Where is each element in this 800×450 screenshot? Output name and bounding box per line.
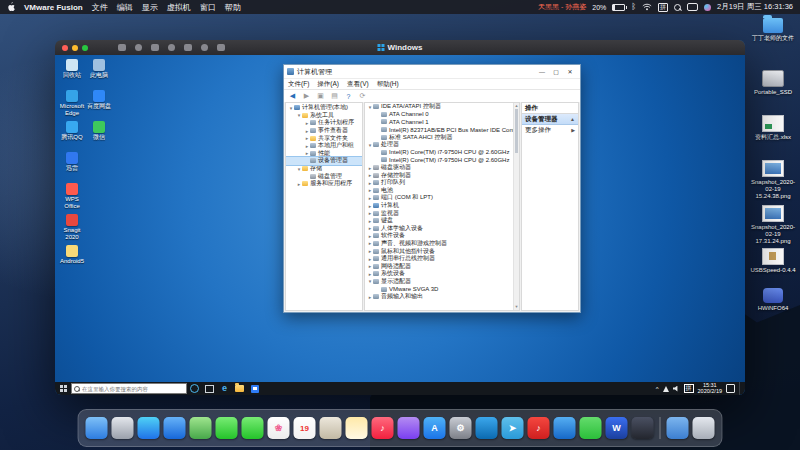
cm-minimize-button[interactable]: — — [535, 66, 549, 77]
win-desktop-icon-5[interactable]: 微信 — [86, 121, 112, 141]
win-desktop-icon-3[interactable]: 百度网盘 — [86, 90, 112, 110]
back-icon[interactable]: ◀ — [288, 92, 297, 101]
taskbar-clock[interactable]: 15:31 2020/2/19 — [698, 383, 722, 395]
tree-item-5[interactable]: ▸本地用户和组 — [286, 142, 362, 150]
minimize-window-button[interactable] — [72, 45, 78, 51]
more-actions-item[interactable]: 更多操作 ▶ — [522, 125, 578, 135]
start-button[interactable] — [55, 382, 71, 395]
cm-title-bar[interactable]: 计算机管理 — ▢ ✕ — [284, 65, 580, 79]
desktop-icon-package[interactable]: USBSpeed-0.4.4 — [750, 248, 796, 274]
suspend-icon[interactable] — [135, 44, 142, 51]
desktop-icon-app[interactable]: HWiNFO64 — [750, 288, 796, 312]
cm-menu-0[interactable]: 文件(F) — [288, 80, 309, 89]
device-item-19[interactable]: ▸鼠标和其他指针设备 — [365, 247, 519, 255]
tree-item-1[interactable]: ▾系统工具 — [286, 112, 362, 120]
win-desktop-icon-0[interactable]: 回收站 — [59, 59, 85, 79]
device-item-3[interactable]: Intel(R) 82371AB/EB PCI Bus Master IDE C… — [365, 126, 519, 134]
dock-item-15[interactable] — [476, 417, 498, 439]
device-item-8[interactable]: ▸磁盘驱动器 — [365, 164, 519, 172]
dock-item-17[interactable]: ♪ — [528, 417, 550, 439]
desktop-icon-image[interactable]: Snapshot_2020-02-19 15.24.38.png — [750, 160, 796, 200]
dock-item-3[interactable] — [164, 417, 186, 439]
close-window-button[interactable] — [62, 45, 68, 51]
dock-item-8[interactable]: 19 — [294, 417, 316, 439]
dock-item-0[interactable] — [86, 417, 108, 439]
bluetooth-icon[interactable]: ᛒ — [631, 3, 636, 11]
windows-desktop[interactable]: 回收站此电脑Microsoft Edge百度网盘腾讯QQ微信迅雷WPS Offi… — [55, 55, 745, 382]
edge-button[interactable]: e — [217, 382, 232, 395]
vmware-title-bar[interactable]: Windows — [55, 40, 745, 55]
ime-indicator[interactable]: 拼 — [684, 384, 694, 393]
tray-overflow-chevron-icon[interactable]: ^ — [656, 386, 659, 392]
now-playing-text[interactable]: 天黑黑 - 孙燕姿 — [538, 2, 586, 12]
device-item-4[interactable]: 标准 SATA AHCI 控制器 — [365, 133, 519, 141]
taskbar-search-box[interactable] — [71, 383, 187, 394]
cm-menu-3[interactable]: 帮助(H) — [377, 80, 399, 89]
collapse-icon[interactable]: ▲ — [570, 116, 575, 122]
desktop-icon-file[interactable]: 资料汇总.xlsx — [750, 115, 796, 141]
device-item-17[interactable]: ▸软件设备 — [365, 232, 519, 240]
cm-device-list[interactable]: ▾IDE ATA/ATAPI 控制器ATA Channel 0ATA Chann… — [364, 102, 520, 311]
device-item-9[interactable]: ▸存储控制器 — [365, 171, 519, 179]
desktop-icon-folder[interactable]: 丁丁老师的文件 — [750, 18, 796, 42]
export-list-icon[interactable]: ▤ — [330, 92, 339, 101]
cm-menu-2[interactable]: 查看(V) — [347, 80, 369, 89]
tree-item-8[interactable]: ▾存储 — [286, 165, 362, 173]
dock-item-4[interactable] — [190, 417, 212, 439]
dock-item-1[interactable] — [112, 417, 134, 439]
tree-item-7[interactable]: 设备管理器 — [286, 157, 362, 165]
device-item-21[interactable]: ▸网络适配器 — [365, 262, 519, 270]
shutdown-icon[interactable] — [118, 44, 126, 51]
device-item-12[interactable]: ▸端口 (COM 和 LPT) — [365, 194, 519, 202]
dock-item-7[interactable]: ❀ — [268, 417, 290, 439]
device-item-15[interactable]: ▸键盘 — [365, 217, 519, 225]
file-explorer-button[interactable] — [232, 382, 247, 395]
menu-item-1[interactable]: 编辑 — [117, 2, 133, 13]
tree-item-4[interactable]: ▸共享文件夹 — [286, 134, 362, 142]
device-item-23[interactable]: ▾显示适配器 — [365, 278, 519, 286]
device-item-14[interactable]: ▸监视器 — [365, 209, 519, 217]
device-item-7[interactable]: Intel(R) Core(TM) i7-9750H CPU @ 2.60GHz — [365, 156, 519, 164]
dock-item-13[interactable]: A — [424, 417, 446, 439]
tree-item-10[interactable]: ▸服务和应用程序 — [286, 180, 362, 188]
refresh-icon[interactable]: ⟳ — [358, 92, 367, 101]
scrollbar-thumb[interactable] — [515, 109, 518, 153]
device-item-10[interactable]: ▸打印队列 — [365, 179, 519, 187]
menu-bar-clock[interactable]: 2月19日 周三 16:31:36 — [717, 2, 793, 12]
help-icon[interactable]: ? — [344, 92, 353, 101]
show-desktop-button[interactable] — [739, 382, 742, 395]
dock-item-9[interactable] — [320, 417, 342, 439]
wifi-icon[interactable] — [642, 3, 652, 11]
device-item-18[interactable]: ▸声音、视频和游戏控制器 — [365, 240, 519, 248]
dock-item-21[interactable] — [632, 417, 654, 439]
win-desktop-icon-6[interactable]: 迅雷 — [59, 152, 85, 172]
action-center-icon[interactable] — [726, 384, 735, 393]
tree-item-6[interactable]: ▸性能 — [286, 150, 362, 158]
apple-menu-icon[interactable] — [7, 2, 15, 12]
network-icon[interactable] — [663, 386, 669, 392]
menu-item-5[interactable]: 帮助 — [225, 2, 241, 13]
actions-device-manager-item[interactable]: 设备管理器 ▲ — [522, 114, 578, 125]
dock-item-18[interactable] — [554, 417, 576, 439]
desktop-icon-drive[interactable]: Portable_SSD — [750, 70, 796, 96]
forward-icon[interactable]: ▶ — [302, 92, 311, 101]
tree-item-3[interactable]: ▸事件查看器 — [286, 127, 362, 135]
dock-item-19[interactable] — [580, 417, 602, 439]
active-app-name[interactable]: VMware Fusion — [24, 3, 83, 12]
device-item-13[interactable]: ▸计算机 — [365, 202, 519, 210]
menu-item-2[interactable]: 显示 — [142, 2, 158, 13]
cm-close-button[interactable]: ✕ — [563, 66, 577, 77]
task-view-button[interactable] — [202, 382, 217, 395]
device-item-22[interactable]: ▸系统设备 — [365, 270, 519, 278]
win-desktop-icon-7[interactable]: WPS Office — [59, 183, 85, 209]
dock-item-16[interactable]: ➤ — [502, 417, 524, 439]
cm-console-tree[interactable]: ▾计算机管理(本地)▾系统工具▸任务计划程序▸事件查看器▸共享文件夹▸本地用户和… — [285, 102, 363, 311]
desktop-icon-image[interactable]: Snapshot_2020-02-19 17.31.24.png — [750, 205, 796, 245]
settings-icon[interactable] — [217, 44, 225, 51]
tree-item-0[interactable]: ▾计算机管理(本地) — [286, 104, 362, 112]
dock-item-22[interactable] — [667, 417, 689, 439]
win-desktop-icon-2[interactable]: Microsoft Edge — [59, 90, 85, 116]
store-button[interactable] — [247, 382, 262, 395]
dock-item-23[interactable] — [693, 417, 715, 439]
spotlight-icon[interactable] — [674, 4, 681, 11]
